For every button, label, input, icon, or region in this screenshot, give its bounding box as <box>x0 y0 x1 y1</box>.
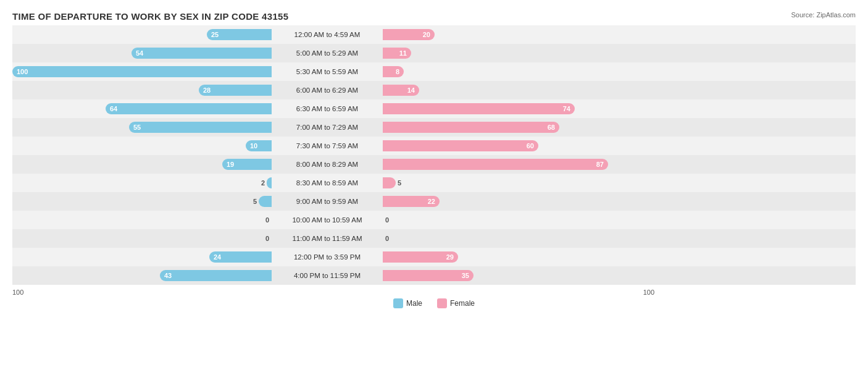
female-value-zero: 0 <box>385 216 389 224</box>
male-value-outside: 2 <box>261 179 265 187</box>
bar-female: 8 <box>383 66 404 77</box>
left-section: 0 <box>12 211 272 229</box>
chart-row: 28:30 AM to 8:59 AM5 <box>12 174 856 192</box>
right-section: 74 <box>383 99 642 118</box>
axis-tick-left-100: 100 <box>12 289 23 296</box>
right-section: 0 <box>383 229 642 248</box>
legend-female-swatch <box>437 298 447 308</box>
female-value: 60 <box>527 142 534 150</box>
axis-right: 100 <box>389 289 654 296</box>
male-value: 55 <box>133 124 141 131</box>
bar-female: 60 <box>383 140 538 151</box>
legend-female: Female <box>437 298 475 308</box>
right-section: 68 <box>383 118 642 137</box>
left-section: 24 <box>12 248 272 266</box>
male-value: 24 <box>214 253 221 261</box>
chart-row: 198:00 AM to 8:29 AM87 <box>12 155 856 174</box>
female-value: 11 <box>399 49 407 57</box>
left-section: 19 <box>12 155 272 174</box>
bar-female: 11 <box>383 48 411 59</box>
chart-row: 286:00 AM to 6:29 AM14 <box>12 81 856 99</box>
left-section: 28 <box>12 81 272 99</box>
female-value: 14 <box>407 86 415 94</box>
chart-row: 59:00 AM to 9:59 AM22 <box>12 192 856 211</box>
right-section: 0 <box>383 211 642 229</box>
left-section: 55 <box>12 118 272 137</box>
chart-body: 2512:00 AM to 4:59 AM20545:00 AM to 5:29… <box>12 25 856 285</box>
chart-row: 2512:00 AM to 4:59 AM20 <box>12 25 856 44</box>
bar-female: 20 <box>383 29 435 40</box>
bar-female: 68 <box>383 122 559 133</box>
bar-female: 74 <box>383 103 575 114</box>
right-section: 8 <box>383 62 642 81</box>
axis-tick-right-100: 100 <box>643 289 654 296</box>
chart-row: 011:00 AM to 11:59 AM0 <box>12 229 856 248</box>
left-section: 5 <box>12 192 272 211</box>
chart-row: 545:00 AM to 5:29 AM11 <box>12 44 856 62</box>
bar-female: 14 <box>383 85 419 96</box>
chart-container: TIME OF DEPARTURE TO WORK BY SEX IN ZIP … <box>0 0 868 367</box>
left-section: 10 <box>12 137 272 155</box>
bar-female: 22 <box>383 196 440 207</box>
chart-row: 1005:30 AM to 5:59 AM8 <box>12 62 856 81</box>
left-section: 64 <box>12 99 272 118</box>
right-section: 11 <box>383 44 642 62</box>
right-section: 22 <box>383 192 642 211</box>
male-value: 19 <box>227 161 234 168</box>
female-value: 87 <box>596 161 604 168</box>
time-label: 6:00 AM to 6:29 AM <box>272 86 383 94</box>
bar-male: 43 <box>160 270 272 281</box>
source-text: Source: ZipAtlas.com <box>791 11 856 19</box>
female-value: 22 <box>428 198 435 205</box>
chart-row: 107:30 AM to 7:59 AM60 <box>12 137 856 155</box>
time-label: 5:00 AM to 5:29 AM <box>272 49 383 57</box>
right-section: 20 <box>383 25 642 44</box>
left-section: 25 <box>12 25 272 44</box>
bar-male: 64 <box>106 103 272 114</box>
time-label: 4:00 PM to 11:59 PM <box>272 272 383 279</box>
male-value: 10 <box>250 142 257 150</box>
female-value: 29 <box>446 253 454 261</box>
female-value: 74 <box>563 105 570 112</box>
bar-male: 54 <box>131 48 272 59</box>
left-section: 0 <box>12 229 272 248</box>
right-section: 14 <box>383 81 642 99</box>
left-section: 54 <box>12 44 272 62</box>
bar-male: 100 <box>12 66 272 77</box>
bar-male: 24 <box>209 251 272 263</box>
chart-row: 010:00 AM to 10:59 AM0 <box>12 211 856 229</box>
male-value: 25 <box>211 31 219 38</box>
chart-row: 2412:00 PM to 3:59 PM29 <box>12 248 856 266</box>
bar-male <box>259 196 272 207</box>
legend-female-label: Female <box>450 299 475 308</box>
female-value: 68 <box>548 124 555 131</box>
bar-female: 87 <box>383 159 608 170</box>
male-value: 64 <box>110 105 117 112</box>
male-value: 28 <box>203 86 211 94</box>
bar-male: 10 <box>246 140 272 151</box>
time-label: 12:00 PM to 3:59 PM <box>272 253 383 261</box>
time-label: 10:00 AM to 10:59 AM <box>272 216 383 224</box>
time-label: 5:30 AM to 5:59 AM <box>272 68 383 75</box>
bar-male <box>267 177 272 188</box>
bar-female <box>383 177 396 188</box>
time-label: 8:30 AM to 8:59 AM <box>272 179 383 187</box>
bar-female: 29 <box>383 251 458 263</box>
time-label: 9:00 AM to 9:59 AM <box>272 198 383 205</box>
female-value-outside: 5 <box>398 179 401 187</box>
chart-row: 434:00 PM to 11:59 PM35 <box>12 266 856 285</box>
chart-title: TIME OF DEPARTURE TO WORK BY SEX IN ZIP … <box>12 11 856 22</box>
left-section: 100 <box>12 62 272 81</box>
time-label: 12:00 AM to 4:59 AM <box>272 31 383 38</box>
bar-male: 19 <box>222 159 272 170</box>
time-label: 6:30 AM to 6:59 AM <box>272 105 383 112</box>
left-section: 2 <box>12 174 272 192</box>
bar-female: 35 <box>383 270 474 281</box>
legend-male-label: Male <box>406 299 422 308</box>
axis-left: 100 <box>12 289 278 296</box>
right-section: 35 <box>383 266 642 285</box>
legend-male-swatch <box>393 298 403 308</box>
bar-male: 25 <box>207 29 272 40</box>
legend: Male Female <box>12 298 856 308</box>
female-value: 20 <box>423 31 430 38</box>
